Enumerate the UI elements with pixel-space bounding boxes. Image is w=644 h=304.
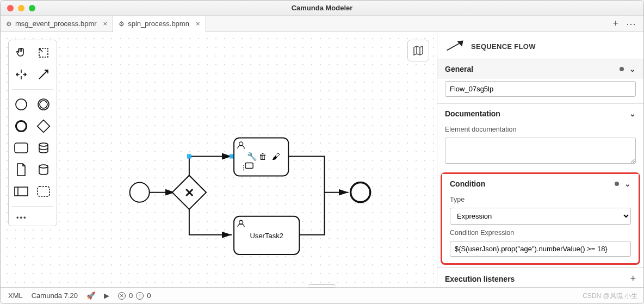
gear-icon: ⚙: [6, 20, 12, 28]
status-bar: XML Camunda 7.20 🚀 ▶ ✕0 !0: [1, 287, 643, 303]
brush-icon[interactable]: 🖌: [272, 152, 280, 162]
usertask2-label: UserTask2: [250, 232, 283, 240]
properties-title: SEQUENCE FLOW: [471, 42, 536, 51]
run-icon[interactable]: ▶: [104, 291, 109, 300]
condition-expression-label: Condition Expression: [450, 229, 631, 237]
tab-msg-event-process[interactable]: ⚙ msg_event_process.bpmr ×: [1, 16, 113, 32]
chevron-down-icon: ⌄: [624, 179, 631, 188]
section-condition-header[interactable]: Condition ⌄: [442, 174, 639, 194]
svg-point-13: [130, 183, 150, 202]
svg-text:✕: ✕: [184, 186, 194, 200]
plus-icon[interactable]: +: [630, 273, 636, 284]
tab-spin-process[interactable]: ⚙ spin_process.bpmn ×: [113, 16, 206, 32]
gear-icon: ⚙: [119, 20, 125, 28]
condition-type-label: Type: [450, 196, 631, 203]
app-title: Camunda Modeler: [1, 4, 643, 12]
status-platform[interactable]: Camunda 7.20: [32, 291, 78, 300]
tab-label: spin_process.bpmn: [128, 20, 189, 28]
wrench-icon[interactable]: 🔧: [247, 152, 257, 162]
section-execution-listeners-header[interactable]: Execution listeners +: [437, 268, 643, 287]
status-mode[interactable]: XML: [8, 291, 23, 300]
documentation-textarea[interactable]: [445, 138, 636, 164]
svg-point-24: [351, 183, 370, 202]
more-menu-button[interactable]: ⋯: [626, 18, 636, 30]
section-general-header[interactable]: General ⌄: [437, 59, 643, 79]
panel-drag-handle[interactable]: [303, 284, 341, 288]
canvas[interactable]: ••• ✕: [1, 32, 437, 287]
documentation-label: Element documentation: [445, 126, 636, 133]
warning-icon: !: [136, 292, 144, 300]
titlebar: Camunda Modeler: [1, 1, 643, 16]
indicator-dot-icon: [615, 182, 619, 186]
condition-type-select[interactable]: Expression: [450, 208, 631, 225]
close-tab-icon[interactable]: ×: [103, 20, 108, 28]
condition-highlight: Condition ⌄ Type Expression Condition Ex…: [441, 172, 640, 265]
problems-counter[interactable]: ✕0 !0: [118, 291, 151, 300]
svg-rect-17: [187, 154, 191, 158]
section-documentation-header[interactable]: Documentation ⌄: [437, 104, 643, 123]
id-field[interactable]: [445, 81, 636, 97]
chevron-down-icon: ⌄: [629, 65, 636, 73]
error-icon: ✕: [118, 292, 126, 300]
close-tab-icon[interactable]: ×: [196, 20, 200, 28]
trash-icon[interactable]: 🗑: [259, 152, 267, 162]
new-tab-button[interactable]: +: [612, 18, 618, 29]
tab-label: msg_event_process.bpmr: [15, 20, 97, 28]
properties-panel: SEQUENCE FLOW General ⌄ Documentation ⌄ …: [437, 32, 643, 287]
tab-bar: ⚙ msg_event_process.bpmr × ⚙ spin_proces…: [1, 16, 643, 32]
chevron-down-icon: ⌄: [629, 109, 636, 118]
deploy-icon[interactable]: 🚀: [86, 291, 95, 300]
svg-rect-18: [230, 154, 234, 158]
condition-expression-field[interactable]: [450, 241, 631, 257]
bpmn-diagram[interactable]: ✕ 🔧 🗑 🖌: [1, 32, 437, 287]
sequence-flow-icon: [446, 40, 465, 53]
indicator-dot-icon: [620, 67, 624, 71]
